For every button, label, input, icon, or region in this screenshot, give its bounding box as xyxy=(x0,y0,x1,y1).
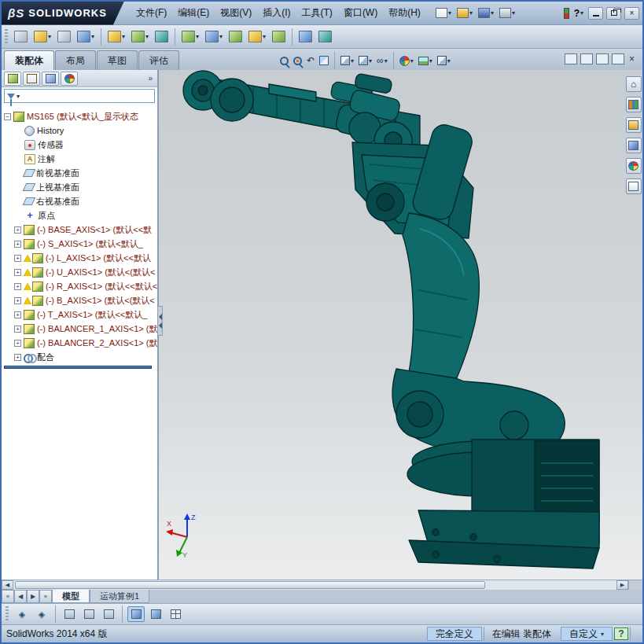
move-component-button[interactable]: ▾ xyxy=(129,28,151,45)
tree-item-origin[interactable]: + 原点 xyxy=(2,208,157,223)
taskpane-file-explorer-button[interactable] xyxy=(626,117,642,133)
two-view-vertical-button[interactable] xyxy=(580,53,593,64)
expand-icon[interactable]: + xyxy=(14,255,21,262)
filter-active-button[interactable] xyxy=(127,606,145,622)
panel-expand-button[interactable]: » xyxy=(145,74,155,83)
print-button[interactable]: ▾ xyxy=(498,6,517,20)
tab-motion-study-1[interactable]: 运动算例1 xyxy=(90,590,149,603)
menu-item-file[interactable]: 文件(F) xyxy=(131,2,172,24)
robot-model[interactable] xyxy=(159,70,641,580)
edit-appearance-button[interactable]: ▾ xyxy=(398,55,415,67)
tree-filter-row[interactable]: ▾ xyxy=(4,89,155,103)
help-button[interactable]: ?▾ xyxy=(572,6,585,20)
tree-item-mates[interactable]: + 配合 xyxy=(2,350,157,364)
hide-show-items-button[interactable]: ∞▾ xyxy=(375,54,389,67)
panel-splitter[interactable] xyxy=(157,306,163,336)
menu-item-view[interactable]: 视图(V) xyxy=(215,2,257,24)
close-button[interactable]: × xyxy=(624,7,639,20)
show-hidden-components-button[interactable] xyxy=(153,28,171,45)
tab-assembly[interactable]: 装配体 xyxy=(4,50,54,70)
taskpane-custom-properties-button[interactable] xyxy=(626,178,642,194)
tree-item-base-axis[interactable]: + (-) BASE_AXIS<1> (默认<<默 xyxy=(2,223,157,237)
configurationmanager-tab[interactable] xyxy=(42,72,59,86)
tree-item-u-axis[interactable]: + (-) U_AXIS<1> (默认<(默认< xyxy=(2,265,157,279)
apply-scene-button[interactable]: ▾ xyxy=(417,56,434,66)
tree-item-balancer-1-axis[interactable]: + (-) BALANCER_1_AXIS<1> (默 xyxy=(2,322,157,336)
previous-view-button[interactable]: ↶ xyxy=(305,54,316,67)
filter-faces-button[interactable] xyxy=(100,606,117,622)
filter-table-button[interactable] xyxy=(167,606,184,622)
tree-item-history[interactable]: History xyxy=(2,123,157,138)
mate-button[interactable] xyxy=(55,28,73,45)
exploded-view-button[interactable] xyxy=(270,28,288,45)
menu-item-insert[interactable]: 插入(I) xyxy=(257,2,296,24)
scroll-track[interactable] xyxy=(13,580,616,590)
expand-icon[interactable]: + xyxy=(14,340,21,347)
expand-icon[interactable]: + xyxy=(14,283,21,290)
scroll-right-button[interactable]: ▶ xyxy=(616,580,628,590)
two-view-horizontal-button[interactable] xyxy=(596,53,609,64)
expand-icon[interactable]: + xyxy=(14,297,21,304)
view-settings-button[interactable]: ▾ xyxy=(436,55,452,66)
filter-toggle-button[interactable]: ◈ xyxy=(13,606,31,622)
clear-filters-button[interactable]: ◈ xyxy=(33,606,50,622)
menu-item-edit[interactable]: 编辑(E) xyxy=(172,2,215,24)
collapse-icon[interactable]: − xyxy=(4,113,11,120)
tree-item-root-assembly[interactable]: − MS165 (默认<默认_显示状态 xyxy=(2,109,157,123)
tree-item-t-axis[interactable]: + (-) T_AXIS<1> (默认<<默认_ xyxy=(2,307,157,322)
graphics-viewport[interactable]: Z X Y ⌂ xyxy=(159,70,642,580)
tree-item-s-axis[interactable]: + (-) S_AXIS<1> (默认<默认_ xyxy=(2,237,157,251)
open-file-button[interactable]: ▾ xyxy=(455,6,474,20)
zoom-to-fit-button[interactable] xyxy=(278,56,290,66)
expand-icon[interactable]: + xyxy=(14,269,21,276)
last-tab-button[interactable]: » xyxy=(39,590,52,603)
restore-button[interactable] xyxy=(606,7,621,20)
save-button[interactable]: ▾ xyxy=(477,6,495,20)
status-help-button[interactable]: ? xyxy=(614,627,628,640)
propertymanager-tab[interactable] xyxy=(23,72,40,86)
tree-item-balancer-2-axis[interactable]: + (-) BALANCER_2_AXIS<1> (默 xyxy=(2,336,157,350)
minimize-button[interactable] xyxy=(588,7,603,20)
prev-tab-button[interactable]: ◀ xyxy=(14,590,27,603)
new-motion-study-button[interactable] xyxy=(226,28,245,45)
linear-component-pattern-button[interactable]: ▾ xyxy=(75,28,97,45)
expand-icon[interactable]: + xyxy=(14,241,21,248)
section-view-button[interactable] xyxy=(318,55,330,66)
expand-icon[interactable]: + xyxy=(14,326,21,333)
filter-solid-button[interactable] xyxy=(147,606,164,622)
tree-item-front-plane[interactable]: 前视基准面 xyxy=(2,166,157,180)
edit-component-button[interactable] xyxy=(12,28,30,45)
view-orientation-button[interactable]: ▾ xyxy=(339,55,355,66)
assembly-features-button[interactable]: ▾ xyxy=(179,28,201,45)
taskpane-view-palette-button[interactable] xyxy=(626,138,642,153)
next-tab-button[interactable]: ▶ xyxy=(27,590,39,603)
tab-evaluate[interactable]: 评估 xyxy=(138,50,179,70)
tree-item-l-axis[interactable]: + (-) L_AXIS<1> (默认<<默认 xyxy=(2,251,157,265)
smart-fasteners-button[interactable]: ▾ xyxy=(105,28,127,45)
tab-model[interactable]: 模型 xyxy=(52,590,90,603)
display-style-button[interactable]: ▾ xyxy=(357,55,374,66)
taskpane-resources-button[interactable]: ⌂ xyxy=(626,76,642,92)
tree-item-right-plane[interactable]: 右视基准面 xyxy=(2,194,157,208)
four-view-button[interactable] xyxy=(612,53,624,64)
new-file-button[interactable]: ▾ xyxy=(434,6,453,20)
tree-item-b-axis[interactable]: + (-) B_AXIS<1> (默认<(默认< xyxy=(2,293,157,307)
filter-vertices-button[interactable] xyxy=(61,606,78,622)
curvature-button[interactable] xyxy=(316,28,334,45)
reference-geometry-button[interactable]: ▾ xyxy=(203,28,225,45)
toolbar-grip[interactable] xyxy=(5,29,8,45)
filter-edges-button[interactable] xyxy=(80,606,98,622)
expand-icon[interactable]: + xyxy=(14,226,21,234)
tab-layout[interactable]: 布局 xyxy=(55,50,96,70)
taskpane-appearances-button[interactable] xyxy=(626,158,642,174)
scroll-left-button[interactable]: ◀ xyxy=(2,580,13,590)
rollback-bar[interactable] xyxy=(4,366,152,369)
menu-item-help[interactable]: 帮助(H) xyxy=(383,2,426,24)
insert-components-button[interactable]: ▾ xyxy=(31,28,53,45)
single-view-button[interactable] xyxy=(565,53,577,64)
tree-item-sensors[interactable]: 传感器 xyxy=(2,138,157,152)
expand-icon[interactable]: + xyxy=(14,311,21,318)
expand-icon[interactable]: + xyxy=(14,354,21,361)
menu-item-tools[interactable]: 工具(T) xyxy=(296,2,338,24)
menu-item-window[interactable]: 窗口(W) xyxy=(338,2,383,24)
